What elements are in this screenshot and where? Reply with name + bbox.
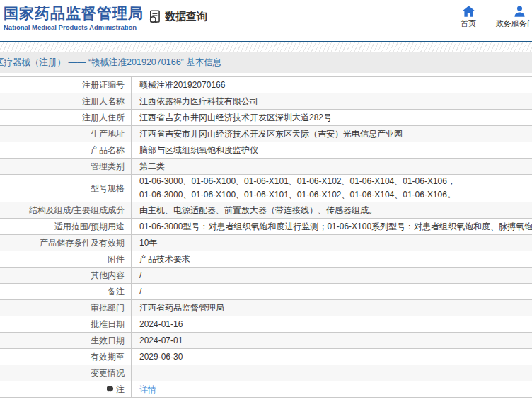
row-value: 由主机、电源适配器、前置放大器（带连接线）、传感器组成。 xyxy=(139,204,532,217)
row-label: 注册人住所 xyxy=(82,112,125,124)
row-label-cell: 产品储存条件及有效期 xyxy=(0,235,132,251)
row-value-cell: 2029-06-30 xyxy=(132,349,532,365)
row-label: 附件 xyxy=(108,253,125,265)
portal-nav[interactable]: 政务服务门户 xyxy=(494,6,532,29)
row-label: 管理类别 xyxy=(91,161,125,173)
row-label-cell: 结构及组成/主要组成成分 xyxy=(0,202,132,218)
row-label: 注册人名称 xyxy=(82,96,125,108)
row-value-cell xyxy=(132,365,532,381)
row-value-cell: 脑部与区域组织氧饱和度监护仪 xyxy=(132,142,532,158)
table-row: 注册人名称 江西依露得力医疗科技有限公司 xyxy=(0,93,532,110)
home-nav[interactable]: 首页 xyxy=(458,6,478,29)
row-value-cell: 01-06-3000、01-06-X100、01-06-X101、01-06-X… xyxy=(132,175,532,202)
row-label: 适用范围/预期用途 xyxy=(54,221,125,233)
row-value: 第二类 xyxy=(139,160,532,173)
table-row: 管理类别 第二类 xyxy=(0,159,532,175)
row-value-cell: 江西依露得力医疗科技有限公司 xyxy=(132,93,532,109)
row-label: 备注 xyxy=(108,286,125,298)
row-label-cell: 备注 xyxy=(0,284,132,299)
row-label-cell: 产品名称 xyxy=(0,142,132,158)
table-row: 变更情况 xyxy=(0,365,532,381)
nmpa-logo[interactable]: 国家药品监督管理局 National Medical Products Admi… xyxy=(4,6,144,31)
row-value-cell: 江西省吉安市井冈山经济技术开发区东区天际（吉安）光电信息产业园 xyxy=(132,126,532,142)
table-row: 生效日期 2024-07-01 xyxy=(0,333,532,349)
table-row: 产品名称 脑部与区域组织氧饱和度监护仪 xyxy=(0,142,532,159)
row-value-cell: 赣械注准20192070166 xyxy=(132,77,532,93)
row-label-cell: 型号规格 xyxy=(0,175,132,202)
row-value: 江西省药品监督管理局 xyxy=(139,302,532,315)
table-row: 生产地址 江西省吉安市井冈山经济技术开发区东区天际（吉安）光电信息产业园 xyxy=(0,126,532,142)
row-label-cell: 管理类别 xyxy=(0,159,132,174)
row-label-cell: 生产地址 xyxy=(0,126,132,142)
table-row: 注 详情 xyxy=(0,381,532,398)
table-row: 注册人住所 江西省吉安市井冈山经济技术开发区深圳大道282号 xyxy=(0,110,532,126)
row-label: 批准日期 xyxy=(91,318,125,331)
row-value-cell: 江西省药品监督管理局 xyxy=(132,300,532,316)
home-label: 首页 xyxy=(461,18,476,29)
portal-label: 政务服务门户 xyxy=(496,18,532,29)
row-label: 生产地址 xyxy=(91,128,125,140)
table-row: 结构及组成/主要组成成分 由主机、电源适配器、前置放大器（带连接线）、传感器组成… xyxy=(0,202,532,219)
row-value: 01-06-3000型号：对患者组织氧饱和度进行监测；01-06-X100系列型… xyxy=(139,220,532,234)
row-value-cell: 10年 xyxy=(132,235,532,251)
table-row: 备注 / xyxy=(0,284,532,300)
info-table: 注册证编号 赣械注准20192070166 注册人名称 江西依露得力医疗科技有限… xyxy=(0,76,532,398)
row-value: 2024-01-16 xyxy=(139,318,532,331)
row-value-cell: 2024-07-01 xyxy=(132,333,532,348)
row-label-cell: 适用范围/预期用途 xyxy=(0,219,132,234)
row-label-cell: 其他内容 xyxy=(0,268,132,283)
row-label: 结构及组成/主要组成成分 xyxy=(29,205,125,217)
row-label-cell: 有效期至 xyxy=(0,349,132,365)
breadcrumb-bar: 医疗器械（注册） —— “赣械注准20192070166” 基本信息 xyxy=(0,52,532,73)
row-label-cell: 注册证编号 xyxy=(0,77,132,93)
row-value: 江西依露得力医疗科技有限公司 xyxy=(139,95,532,108)
row-value: 2029-06-30 xyxy=(139,350,532,364)
home-icon xyxy=(463,6,475,17)
logo-subtitle: National Medical Products Administration xyxy=(4,23,144,31)
row-value-cell: 产品技术要求 xyxy=(132,251,532,267)
row-value: / xyxy=(139,269,532,282)
row-value-cell: / xyxy=(132,284,532,299)
row-label-cell: 注 xyxy=(0,381,132,397)
details-link[interactable]: 详情 xyxy=(139,383,532,396)
row-value-cell: 详情 xyxy=(132,381,532,397)
row-label-cell: 附件 xyxy=(0,251,132,267)
logo-title: 国家药品监督管理局 xyxy=(4,6,144,21)
row-label-cell: 注册人名称 xyxy=(0,93,132,109)
data-query-nav[interactable]: 数据查询 xyxy=(147,9,207,24)
row-value-line: 01-06-3000、01-06-X100、01-06-X101、01-06-X… xyxy=(139,188,532,202)
data-query-label: 数据查询 xyxy=(165,10,207,23)
row-label: 产品储存条件及有效期 xyxy=(40,237,125,249)
row-value: 10年 xyxy=(139,236,532,250)
row-label: 生效日期 xyxy=(91,335,125,347)
table-row: 其他内容 / xyxy=(0,268,532,284)
table-row: 审批部门 江西省药品监督管理局 xyxy=(0,300,532,316)
table-row: 产品储存条件及有效期 10年 xyxy=(0,235,532,251)
row-value: 2024-07-01 xyxy=(139,334,532,348)
user-icon xyxy=(514,6,526,17)
row-label: 注 xyxy=(116,384,125,396)
row-label: 型号规格 xyxy=(91,183,125,195)
row-label: 其他内容 xyxy=(91,270,125,282)
page-header: 国家药品监督管理局 National Medical Products Admi… xyxy=(0,0,532,41)
table-row: 注册证编号 赣械注准20192070166 xyxy=(0,77,532,93)
row-value-cell: 江西省吉安市井冈山经济技术开发区深圳大道282号 xyxy=(132,110,532,125)
table-row: 型号规格 01-06-3000、01-06-X100、01-06-X101、01… xyxy=(0,175,532,202)
row-value-cell: 2024-01-16 xyxy=(132,316,532,332)
row-value: 江西省吉安市井冈山经济技术开发区东区天际（吉安）光电信息产业园 xyxy=(139,127,532,141)
row-value-cell: / xyxy=(132,268,532,283)
table-row: 适用范围/预期用途 01-06-3000型号：对患者组织氧饱和度进行监测；01-… xyxy=(0,219,532,235)
row-label-cell: 审批部门 xyxy=(0,300,132,316)
row-value-cell: 由主机、电源适配器、前置放大器（带连接线）、传感器组成。 xyxy=(132,202,532,218)
doc-search-icon xyxy=(147,9,162,24)
table-row: 附件 产品技术要求 xyxy=(0,251,532,268)
row-value-line: 01-06-3000、01-06-X100、01-06-X101、01-06-X… xyxy=(139,175,532,188)
table-row: 批准日期 2024-01-16 xyxy=(0,316,532,333)
breadcrumb: 医疗器械（注册） —— “赣械注准20192070166” 基本信息 xyxy=(0,57,221,69)
row-label-cell: 变更情况 xyxy=(0,365,132,381)
row-label: 审批部门 xyxy=(91,302,125,314)
row-value-cell: 第二类 xyxy=(132,159,532,174)
hatched-band xyxy=(0,42,532,52)
row-value: 产品技术要求 xyxy=(139,253,532,266)
table-row: 有效期至 2029-06-30 xyxy=(0,349,532,365)
